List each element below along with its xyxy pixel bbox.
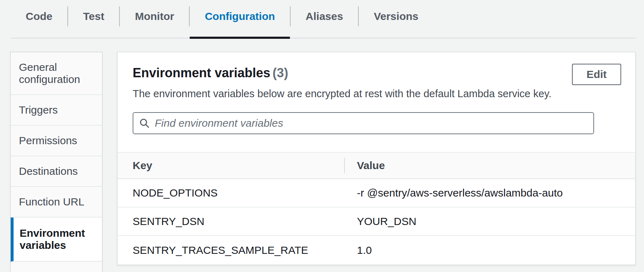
function-tab-bar: Code Test Monitor Configuration Aliases … <box>11 0 635 38</box>
environment-variables-table: Key Value NODE_OPTIONS -r @sentry/aws-se… <box>118 152 635 265</box>
env-var-value: -r @sentry/aws-serverless/awslambda-auto <box>344 187 635 199</box>
item-count-badge: (3) <box>272 66 288 80</box>
sidebar-item-tags[interactable]: Tags <box>11 262 102 272</box>
panel-header: Environment variables(3) The environment… <box>118 52 635 134</box>
column-header-value: Value <box>344 159 635 172</box>
sidebar-item-function-url[interactable]: Function URL <box>11 187 102 218</box>
configuration-sidebar: General configuration Triggers Permissio… <box>10 52 103 272</box>
page-title: Environment variables(3) <box>133 65 620 81</box>
search-input[interactable] <box>155 114 588 133</box>
tab-test[interactable]: Test <box>68 0 119 33</box>
page-title-text: Environment variables <box>133 66 270 80</box>
tab-code[interactable]: Code <box>11 0 67 33</box>
env-var-value: YOUR_DSN <box>344 215 635 227</box>
sidebar-item-environment-variables[interactable]: Environment variables <box>11 218 102 262</box>
table-header-row: Key Value <box>118 152 635 179</box>
tab-versions-label: Versions <box>374 10 418 22</box>
tab-aliases[interactable]: Aliases <box>291 0 358 33</box>
edit-button[interactable]: Edit <box>572 64 621 85</box>
env-var-value: 1.0 <box>344 244 635 256</box>
tab-monitor[interactable]: Monitor <box>120 0 189 33</box>
active-tab-underline <box>190 37 290 39</box>
tab-configuration-label: Configuration <box>205 10 275 22</box>
search-icon <box>139 118 150 129</box>
env-var-key: SENTRY_TRACES_SAMPLE_RATE <box>118 244 344 256</box>
table-row: SENTRY_DSN YOUR_DSN <box>118 208 635 236</box>
table-row: NODE_OPTIONS -r @sentry/aws-serverless/a… <box>118 179 635 208</box>
env-var-key: SENTRY_DSN <box>118 215 344 227</box>
panel-description: The environment variables below are encr… <box>133 87 620 101</box>
sidebar-item-general-configuration[interactable]: General configuration <box>11 52 102 95</box>
sidebar-item-destinations[interactable]: Destinations <box>11 156 102 187</box>
tab-code-label: Code <box>26 10 52 22</box>
search-field-container <box>133 112 594 134</box>
environment-variables-panel: Edit Environment variables(3) The enviro… <box>117 52 636 265</box>
table-row: SENTRY_TRACES_SAMPLE_RATE 1.0 <box>118 236 635 265</box>
tab-versions[interactable]: Versions <box>359 0 433 33</box>
sidebar-item-permissions[interactable]: Permissions <box>11 126 102 156</box>
tab-configuration[interactable]: Configuration <box>190 0 290 33</box>
column-header-key: Key <box>118 159 344 172</box>
tab-aliases-label: Aliases <box>306 10 343 22</box>
tab-test-label: Test <box>83 10 104 22</box>
env-var-key: NODE_OPTIONS <box>118 187 344 199</box>
tab-monitor-label: Monitor <box>135 10 174 22</box>
sidebar-item-triggers[interactable]: Triggers <box>11 95 102 126</box>
